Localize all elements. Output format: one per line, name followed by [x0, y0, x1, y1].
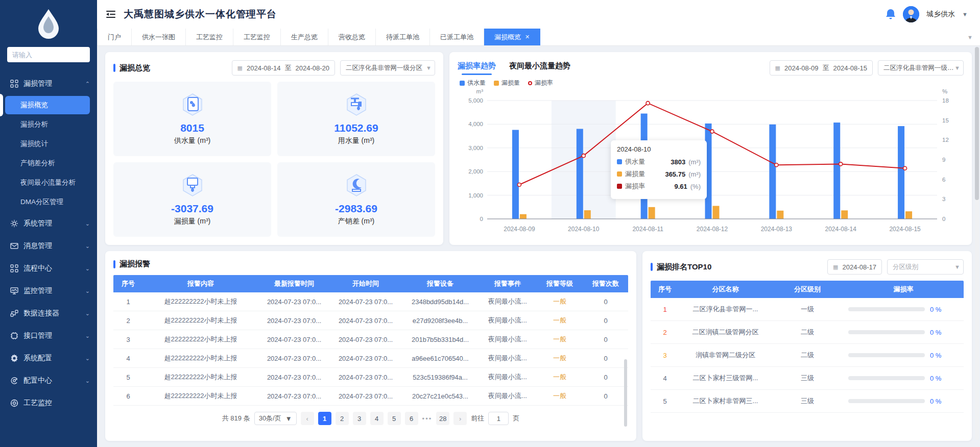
legend-item-漏损量[interactable]: 漏损量 — [494, 79, 520, 87]
user-avatar[interactable] — [903, 6, 919, 22]
ranking-table-row[interactable]: 4二区卜家村三级管网...三级0 % — [651, 367, 964, 390]
sidebar-group-label: 配置中心 — [23, 376, 85, 385]
tab-供水一张图[interactable]: 供水一张图 — [132, 29, 186, 45]
svg-text:2024-08-15: 2024-08-15 — [889, 226, 921, 233]
notification-bell-icon[interactable] — [886, 9, 896, 20]
alarm-table-row[interactable]: 3超222222222小时未上报2024-07-23 07:0...2024-0… — [113, 330, 628, 349]
overview-region-select[interactable]: 二区淳化县非管网一级分区 ▼ — [340, 60, 435, 76]
tab-漏损概览[interactable]: 漏损概览✕ — [484, 29, 540, 45]
pagination-goto-input[interactable] — [488, 412, 509, 425]
stat-label: 用水量 (m³) — [338, 136, 375, 145]
svg-text:2024-08-10: 2024-08-10 — [568, 226, 600, 233]
alarm-cell-latest: 2024-07-23 07:0... — [258, 298, 330, 306]
overview-date-range-picker[interactable]: ▦ 2024-08-14 至 2024-08-20 — [232, 60, 335, 76]
alarm-cell-start: 2024-07-23 07:0... — [330, 298, 401, 306]
partition-level: 二级 — [772, 328, 843, 337]
pagination-page-6[interactable]: 6 — [405, 412, 418, 425]
legend-item-供水量[interactable]: 供水量 — [460, 79, 486, 87]
trend-date-range-picker[interactable]: ▦ 2024-08-09 至 2024-08-15 — [770, 60, 873, 76]
sidebar-item-夜间最小流量分析[interactable]: 夜间最小流量分析 — [5, 173, 90, 192]
sidebar-group-数据连接器[interactable]: 数据连接器⌄ — [0, 302, 97, 325]
menu-fold-icon[interactable] — [106, 10, 115, 18]
leak-rate-cell: 0 % — [843, 306, 964, 313]
sidebar-group-系统管理[interactable]: 系统管理⌄ — [0, 212, 97, 235]
pagination-page-1[interactable]: 1 — [318, 412, 331, 425]
alarm-table-row[interactable]: 2超222222222小时未上报2024-07-23 07:0...2024-0… — [113, 311, 628, 330]
sidebar-item-DMA分区管理[interactable]: DMA分区管理 — [5, 193, 90, 211]
alarm-cell-no: 6 — [113, 392, 143, 400]
svg-text:9: 9 — [942, 157, 945, 163]
tooltip-value: 365.75 — [665, 170, 685, 178]
partition-level: 一级 — [772, 305, 843, 314]
table-scrollbar[interactable] — [624, 359, 627, 427]
alarm-cell-event: 夜间最小流... — [479, 297, 536, 306]
sidebar-item-漏损概览[interactable]: 漏损概览 — [5, 96, 90, 114]
chip-icon — [10, 332, 18, 340]
tab-工艺监控[interactable]: 工艺监控 — [233, 29, 281, 45]
ranking-date-picker[interactable]: ▦ 2024-08-17 — [827, 259, 882, 275]
svg-text:2024-08-09: 2024-08-09 — [504, 226, 535, 233]
pagination-prev-button[interactable]: ‹ — [301, 412, 314, 425]
pagination-next-button[interactable]: › — [453, 412, 467, 425]
pagination-page-28[interactable]: 28 — [436, 412, 449, 425]
tab-label: 待派工单池 — [386, 33, 419, 42]
ranking-table-row[interactable]: 5二区卜家村非管网三...三级0 % — [651, 390, 964, 413]
chevron-down-icon: ⌄ — [85, 265, 90, 272]
pagination-page-2[interactable]: 2 — [336, 412, 349, 425]
sidebar-group-漏损管理[interactable]: 漏损管理⌃ — [0, 72, 97, 95]
tab-生产总览[interactable]: 生产总览 — [281, 29, 328, 45]
tab-门户[interactable]: 门户 — [97, 29, 132, 45]
page-scrollbar[interactable] — [975, 47, 979, 440]
user-menu-chevron-down-icon[interactable]: ▼ — [962, 11, 968, 17]
stat-value: 11052.69 — [334, 122, 378, 134]
legend-marker — [528, 81, 532, 85]
pagination-ellipsis[interactable]: ••• — [422, 415, 433, 423]
legend-item-漏损率[interactable]: 漏损率 — [528, 79, 553, 87]
trend-chart[interactable]: 01,0002,0003,0004,0005,0000369121518m³%2… — [458, 87, 964, 236]
tab-close-icon[interactable]: ✕ — [525, 34, 530, 40]
sidebar-group-接口管理[interactable]: 接口管理⌄ — [0, 325, 97, 347]
tab-工艺监控[interactable]: 工艺监控 — [186, 29, 233, 45]
sidebar-group-系统配置[interactable]: 系统配置⌄ — [0, 347, 97, 369]
ranking-table-row[interactable]: 2二区润镇二级管网分区二级0 % — [651, 321, 964, 344]
alarm-cell-count: 0 — [583, 374, 628, 381]
alarm-table-row[interactable]: 1超222222222小时未上报2024-07-23 07:0...2024-0… — [113, 292, 628, 311]
tab-待派工单池[interactable]: 待派工单池 — [376, 29, 430, 45]
sidebar-group-流程中心[interactable]: 流程中心⌄ — [0, 257, 97, 280]
trend-region-select[interactable]: 二区淳化县非管网一级分区 ▼ — [878, 60, 964, 76]
ranking-table-row[interactable]: 1二区淳化县非管网一...一级0 % — [651, 298, 964, 321]
ranking-level-select[interactable]: 分区级别 ▼ — [887, 259, 964, 275]
leak-rate-cell: 0 % — [843, 352, 964, 359]
alarm-cell-latest: 2024-07-23 07:0... — [258, 374, 330, 381]
trend-tab-夜间最小流量趋势[interactable]: 夜间最小流量趋势 — [509, 61, 570, 75]
alarm-cell-start: 2024-07-23 07:0... — [330, 317, 401, 325]
tab-营收总览[interactable]: 营收总览 — [328, 29, 376, 45]
user-name[interactable]: 城乡供水 — [926, 10, 955, 19]
pagination-page-3[interactable]: 3 — [353, 412, 366, 425]
sidebar-item-产销差分析[interactable]: 产销差分析 — [5, 154, 90, 172]
ranking-table-row[interactable]: 3润镇非管网二级分区二级0 % — [651, 344, 964, 367]
tabbar-overflow-chevron-icon[interactable]: ▼ — [960, 34, 980, 40]
sidebar-group-监控管理[interactable]: 监控管理⌄ — [0, 280, 97, 302]
alarm-table-row[interactable]: 5超222222222小时未上报2024-07-23 07:0...2024-0… — [113, 368, 628, 387]
trend-tab-漏损率趋势[interactable]: 漏损率趋势 — [458, 61, 496, 75]
alarm-cell-no: 3 — [113, 336, 143, 343]
svg-text:6: 6 — [942, 177, 945, 183]
alarm-table-row[interactable]: 4超222222222小时未上报2024-07-23 07:0...2024-0… — [113, 349, 628, 368]
sidebar-item-漏损分析[interactable]: 漏损分析 — [5, 115, 90, 134]
page-size-select[interactable]: 30条/页▼ — [254, 412, 297, 425]
sidebar-group-工艺监控[interactable]: 工艺监控 — [0, 392, 97, 414]
sidebar-group-配置中心[interactable]: 配置中心⌄ — [0, 369, 97, 392]
chevron-down-icon: ▼ — [954, 65, 960, 71]
sidebar-group-消息管理[interactable]: 消息管理⌄ — [0, 235, 97, 257]
page-scrollbar-thumb[interactable] — [975, 47, 979, 200]
alarm-cell-count: 0 — [583, 336, 628, 343]
tab-已派工单池[interactable]: 已派工单池 — [430, 29, 484, 45]
alarm-table-row[interactable]: 6超222222222小时未上报2024-07-23 07:0...2024-0… — [113, 387, 628, 406]
sidebar-item-漏损统计[interactable]: 漏损统计 — [5, 135, 90, 153]
pagination-page-5[interactable]: 5 — [388, 412, 401, 425]
pagination-page-4[interactable]: 4 — [370, 412, 384, 425]
date-separator: 至 — [285, 63, 292, 72]
sidebar-search-input[interactable] — [7, 47, 90, 62]
svg-text:2024-08-14: 2024-08-14 — [825, 226, 857, 233]
